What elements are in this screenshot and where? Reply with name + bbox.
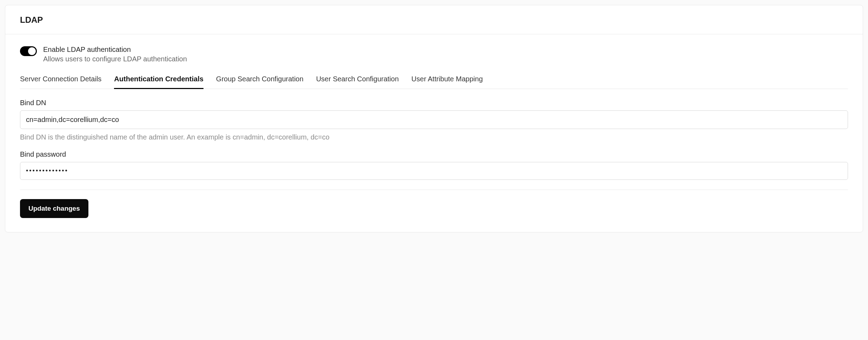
tab-authentication-credentials[interactable]: Authentication Credentials: [114, 75, 203, 89]
bind-password-input[interactable]: [20, 162, 848, 180]
form-divider: [20, 190, 848, 190]
ldap-panel: LDAP Enable LDAP authentication Allows u…: [5, 5, 863, 232]
enable-ldap-description: Allows users to configure LDAP authentic…: [43, 55, 187, 63]
enable-ldap-title: Enable LDAP authentication: [43, 46, 187, 54]
bind-dn-field: Bind DN Bind DN is the distinguished nam…: [20, 99, 848, 141]
panel-title: LDAP: [20, 15, 848, 25]
panel-header: LDAP: [5, 5, 863, 34]
panel-body: Enable LDAP authentication Allows users …: [5, 34, 863, 232]
bind-dn-help-text: Bind DN is the distinguished name of the…: [20, 133, 848, 141]
enable-ldap-row: Enable LDAP authentication Allows users …: [20, 46, 848, 63]
bind-password-label: Bind password: [20, 150, 848, 158]
ldap-tabs: Server Connection Details Authentication…: [20, 75, 848, 89]
tab-server-connection-details[interactable]: Server Connection Details: [20, 75, 101, 89]
bind-dn-input[interactable]: [20, 110, 848, 129]
toggle-labels: Enable LDAP authentication Allows users …: [43, 46, 187, 63]
enable-ldap-toggle[interactable]: [20, 46, 37, 56]
tab-user-search-configuration[interactable]: User Search Configuration: [316, 75, 399, 89]
tab-group-search-configuration[interactable]: Group Search Configuration: [216, 75, 303, 89]
bind-dn-label: Bind DN: [20, 99, 848, 107]
tab-user-attribute-mapping[interactable]: User Attribute Mapping: [412, 75, 483, 89]
toggle-knob-icon: [28, 47, 36, 55]
update-changes-button[interactable]: Update changes: [20, 199, 88, 218]
bind-password-field: Bind password: [20, 150, 848, 180]
